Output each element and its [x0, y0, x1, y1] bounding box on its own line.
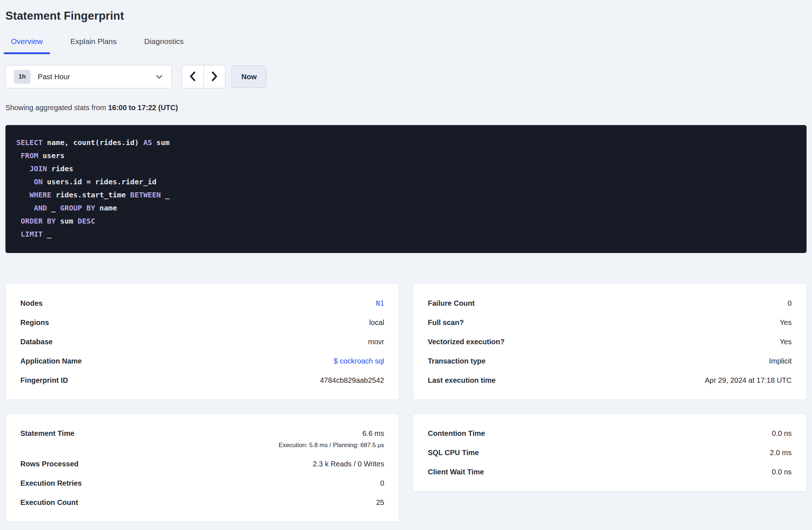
stat-label-application-name: Application Name — [20, 356, 82, 366]
failure-count-value-text: 0 — [788, 299, 792, 307]
stat-row-nodes: NodesN1 — [20, 298, 384, 308]
stat-label-vectorized-execution: Vectorized execution? — [428, 337, 505, 346]
stat-value-fingerprint-id: 4784cb829aab2542 — [320, 376, 384, 385]
stat-value-client-wait-time: 0.0 ns — [772, 467, 792, 477]
timing-cards-row: Statement Time6.6 msExecution: 5.8 ms / … — [5, 414, 807, 522]
execution-attributes-card: Failure Count0Full scan?YesVectorized ex… — [413, 284, 807, 400]
stat-value-failure-count: 0 — [788, 298, 792, 308]
fingerprint-id-value-text: 4784cb829aab2542 — [320, 376, 384, 384]
stat-value-contention-time: 0.0 ns — [772, 429, 792, 438]
database-value-text: movr — [368, 338, 384, 346]
stat-label-regions: Regions — [20, 318, 49, 327]
page-title: Statement Fingerprint — [5, 9, 807, 23]
wait-timing-card: Contention Time0.0 nsSQL CPU Time2.0 msC… — [413, 414, 807, 491]
application-name-link[interactable]: $ cockroach sql — [334, 357, 384, 365]
sql-keyword: LIMIT — [21, 230, 43, 238]
stat-row-last-execution-time: Last execution timeApr 29, 2024 at 17:18… — [428, 376, 792, 385]
execution-count-value-text: 25 — [376, 498, 384, 506]
statement-time-value-text: 6.6 ms — [362, 429, 384, 437]
previous-interval-button[interactable] — [182, 65, 204, 88]
stat-row-fingerprint-id: Fingerprint ID4784cb829aab2542 — [20, 376, 384, 385]
aggregated-stats-prefix: Showing aggregated stats from — [5, 104, 106, 112]
sql-keyword: FROM — [21, 151, 38, 160]
chevron-left-icon — [189, 71, 197, 83]
stat-label-execution-count: Execution Count — [20, 498, 78, 507]
aggregated-stats-line: Showing aggregated stats from 16:00 to 1… — [5, 104, 807, 112]
sql-keyword: ORDER BY — [21, 217, 56, 225]
time-interval-picker[interactable]: 1h Past Hour — [5, 65, 172, 88]
stat-value-full-scan: Yes — [780, 318, 792, 327]
stat-value-execution-retries: 0 — [380, 478, 384, 488]
stat-value-rows-processed: 2.3 k Reads / 0 Writes — [313, 459, 384, 469]
stat-label-last-execution-time: Last execution time — [428, 376, 496, 385]
time-controls: 1h Past Hour Now — [5, 65, 807, 88]
stat-row-statement-time: Statement Time6.6 msExecution: 5.8 ms / … — [20, 429, 384, 449]
transaction-type-value-text: Implicit — [769, 357, 792, 365]
stat-row-execution-count: Execution Count25 — [20, 498, 384, 507]
stat-row-client-wait-time: Client Wait Time0.0 ns — [428, 467, 792, 477]
sql-keyword: ON — [34, 177, 43, 186]
tab-diagnostics[interactable]: Diagnostics — [137, 37, 191, 53]
time-range-nav — [182, 65, 225, 88]
stat-value-vectorized-execution: Yes — [780, 337, 792, 346]
stat-row-failure-count: Failure Count0 — [428, 298, 792, 308]
last-execution-time-value-text: Apr 29, 2024 at 17:18 UTC — [705, 376, 792, 384]
sql-keyword: WHERE — [29, 190, 51, 199]
vectorized-execution-value-text: Yes — [780, 338, 792, 346]
stat-label-failure-count: Failure Count — [428, 298, 475, 308]
stat-row-database: Databasemovr — [20, 337, 384, 346]
sql-keyword: JOIN — [29, 164, 47, 173]
stat-row-vectorized-execution: Vectorized execution?Yes — [428, 337, 792, 346]
stat-row-application-name: Application Name$ cockroach sql — [20, 356, 384, 366]
stat-row-contention-time: Contention Time0.0 ns — [428, 429, 792, 438]
next-interval-button[interactable] — [204, 65, 225, 88]
tab-bar: OverviewExplain PlansDiagnostics — [4, 37, 807, 53]
rows-processed-value-text: 2.3 k Reads / 0 Writes — [313, 460, 384, 468]
sql-cpu-time-value-text: 2.0 ms — [770, 449, 792, 457]
full-scan-value-text: Yes — [780, 318, 792, 326]
stat-value-statement-time: 6.6 msExecution: 5.8 ms / Planning: 687.… — [279, 429, 384, 449]
sql-keyword: DESC — [78, 217, 95, 225]
aggregated-stats-range: 16:00 to 17:22 (UTC) — [108, 104, 178, 112]
sql-keyword: SELECT — [16, 138, 43, 147]
stat-row-rows-processed: Rows Processed2.3 k Reads / 0 Writes — [20, 459, 384, 469]
sql-keyword: GROUP BY — [60, 204, 95, 212]
statement-timing-card: Statement Time6.6 msExecution: 5.8 ms / … — [5, 414, 399, 522]
stat-value-sql-cpu-time: 2.0 ms — [770, 448, 792, 457]
sql-keyword: AND — [34, 204, 47, 212]
stat-row-sql-cpu-time: SQL CPU Time2.0 ms — [428, 448, 792, 457]
stat-label-sql-cpu-time: SQL CPU Time — [428, 448, 479, 457]
stat-label-full-scan: Full scan? — [428, 318, 464, 327]
statement-time-subtext: Execution: 5.8 ms / Planning: 687.5 µs — [279, 441, 384, 449]
stat-label-contention-time: Contention Time — [428, 429, 485, 438]
stat-row-regions: Regionslocal — [20, 318, 384, 327]
statement-details-card: NodesN1RegionslocalDatabasemovrApplicati… — [5, 284, 399, 400]
overview-cards-row: NodesN1RegionslocalDatabasemovrApplicati… — [5, 284, 807, 400]
stat-row-full-scan: Full scan?Yes — [428, 318, 792, 327]
stat-label-statement-time: Statement Time — [20, 429, 75, 438]
statement-fingerprint-page: Statement Fingerprint OverviewExplain Pl… — [0, 0, 812, 522]
stat-row-transaction-type: Transaction typeImplicit — [428, 356, 792, 366]
stat-value-transaction-type: Implicit — [769, 356, 792, 366]
stat-label-rows-processed: Rows Processed — [20, 459, 79, 469]
stat-label-execution-retries: Execution Retries — [20, 478, 82, 488]
stat-value-last-execution-time: Apr 29, 2024 at 17:18 UTC — [705, 376, 792, 385]
stat-value-database: movr — [368, 337, 384, 346]
stat-label-transaction-type: Transaction type — [428, 356, 486, 366]
tab-explain-plans[interactable]: Explain Plans — [63, 37, 124, 53]
stat-label-database: Database — [20, 337, 53, 346]
stat-value-nodes: N1 — [376, 298, 384, 308]
nodes-link[interactable]: N1 — [376, 299, 384, 307]
chevron-down-icon — [156, 74, 163, 79]
stat-value-execution-count: 25 — [376, 498, 384, 507]
stat-label-client-wait-time: Client Wait Time — [428, 467, 484, 477]
tab-overview[interactable]: Overview — [4, 37, 50, 53]
sql-keyword: AS — [143, 138, 152, 147]
chevron-right-icon — [210, 71, 218, 83]
client-wait-time-value-text: 0.0 ns — [772, 468, 792, 476]
now-button[interactable]: Now — [232, 65, 266, 88]
stat-row-execution-retries: Execution Retries0 — [20, 478, 384, 488]
interval-label: Past Hour — [38, 73, 70, 81]
contention-time-value-text: 0.0 ns — [772, 429, 792, 437]
stat-value-regions: local — [369, 318, 384, 327]
